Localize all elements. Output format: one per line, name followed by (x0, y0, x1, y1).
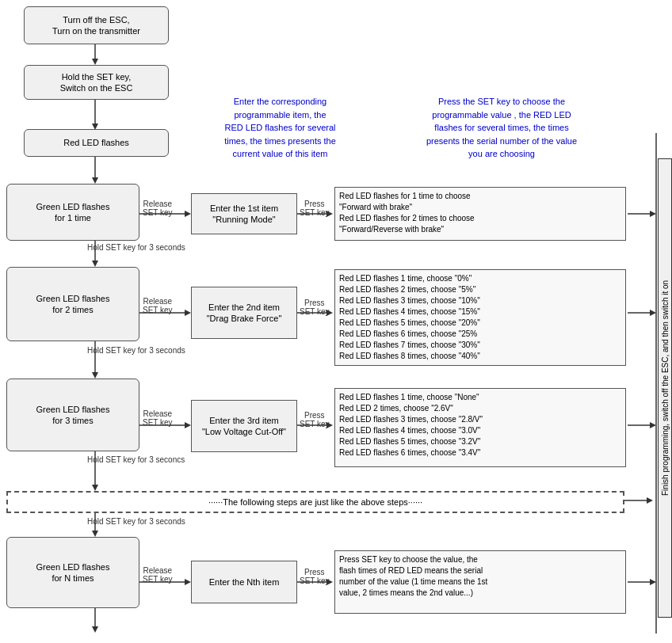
greenN-box: Green LED flashes for N times (6, 537, 139, 608)
svg-marker-29 (92, 485, 98, 491)
right-side-label: Finish programming, switch off the ESC, … (658, 158, 672, 618)
hold-set-box: Hold the SET key, Switch on the ESC (24, 65, 169, 100)
hold3s-label-N: Hold SET key for 3 seconds (87, 517, 185, 526)
item3-box: Enter the 3rd item "Low Voltage Cut-Off" (191, 400, 297, 452)
press2-label: Press SET key (300, 299, 330, 316)
diagram: Turn off the ESC, Turn on the transmitte… (0, 0, 672, 643)
header-left-info: Enter the corresponding programmable ite… (195, 95, 365, 161)
item2-box: Enter the 2nd item "Drag Brake Force" (191, 287, 297, 339)
hold3s-label-1: Hold SET key for 3 seconds (87, 243, 185, 252)
svg-marker-35 (185, 579, 191, 585)
svg-marker-7 (185, 211, 191, 217)
svg-marker-33 (92, 531, 98, 537)
item2-values-box: Red LED flashes 1 time, choose "0%" Red … (334, 269, 626, 366)
turn-off-box: Turn off the ESC, Turn on the transmitte… (24, 6, 169, 44)
svg-marker-41 (92, 626, 98, 633)
green2-box: Green LED flashes for 2 times (6, 267, 139, 341)
release1-label: Release SET key (143, 200, 173, 217)
press3-label: Press SET key (300, 411, 330, 428)
pressN-label: Press SET key (300, 568, 330, 585)
svg-marker-19 (650, 310, 656, 316)
svg-marker-11 (650, 211, 656, 217)
press1-label: Press SET key (300, 200, 330, 217)
svg-marker-27 (650, 422, 656, 428)
green3-box: Green LED flashes for 3 times (6, 379, 139, 451)
red-led-box: Red LED flashes (24, 129, 169, 157)
green1-box: Green LED flashes for 1 time (6, 184, 139, 241)
item3-values-box: Red LED flashes 1 time, choose "None" Re… (334, 388, 626, 467)
hold3s-label-3: Hold SET key for 3 seconcs (87, 455, 185, 464)
svg-marker-21 (92, 372, 98, 379)
itemN-values-box: Press SET key to choose the value, the f… (334, 550, 626, 614)
release2-label: Release SET key (143, 297, 173, 314)
svg-marker-5 (92, 177, 98, 184)
svg-marker-31 (647, 497, 653, 504)
svg-marker-23 (185, 422, 191, 428)
hold3s-label-2: Hold SET key for 3 seconds (87, 346, 185, 355)
item1-values-box: Red LED flashes for 1 time to choose "Fo… (334, 187, 626, 241)
svg-marker-13 (92, 261, 98, 267)
release3-label: Release SET key (143, 409, 173, 427)
itemN-box: Enter the Nth item (191, 561, 297, 603)
header-right-info: Press the SET key to choose the programm… (371, 95, 632, 161)
following-box: ······The following steps are just like … (6, 491, 624, 513)
item1-box: Enter the 1st item "Running Mode" (191, 193, 297, 234)
releaseN-label: Release SET key (143, 566, 173, 584)
svg-marker-15 (185, 310, 191, 316)
svg-marker-39 (650, 579, 656, 585)
svg-marker-1 (92, 59, 98, 65)
